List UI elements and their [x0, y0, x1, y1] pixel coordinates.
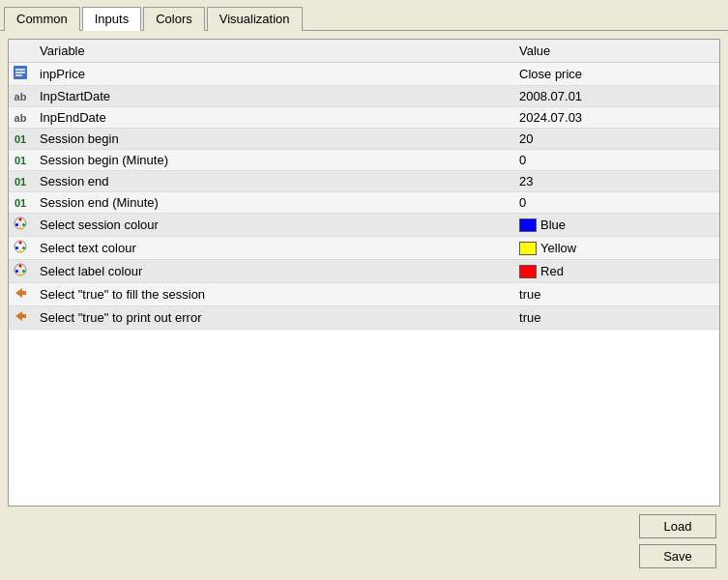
col-icon	[9, 40, 32, 63]
svg-point-11	[22, 246, 25, 249]
row-icon: 01	[9, 129, 32, 150]
row-variable: Select label colour	[32, 260, 511, 283]
row-icon: 01	[9, 192, 32, 214]
arrow-icon	[13, 285, 28, 301]
svg-point-7	[15, 223, 18, 226]
row-icon	[9, 260, 32, 283]
color-swatch	[519, 218, 537, 232]
row-value[interactable]: true	[511, 283, 719, 306]
row-icon: ab	[9, 86, 32, 107]
table-row[interactable]: abInpEndDate2024.07.03	[9, 107, 719, 129]
row-value[interactable]: true	[511, 306, 719, 330]
color-palette-icon	[13, 239, 28, 254]
row-value[interactable]: 2008.07.01	[511, 86, 719, 107]
inputs-table-container: Variable Value inpPriceClose priceabInpS…	[8, 39, 720, 507]
row-value[interactable]: 20	[511, 129, 719, 150]
row-value[interactable]: Blue	[511, 214, 719, 237]
inputs-table: Variable Value inpPriceClose priceabInpS…	[9, 40, 719, 330]
row-icon: ab	[9, 107, 32, 129]
color-label: Blue	[540, 218, 566, 232]
row-icon	[9, 63, 32, 86]
color-swatch	[519, 265, 537, 278]
col-variable: Variable	[32, 40, 511, 63]
row-value[interactable]: 2024.07.03	[511, 107, 719, 129]
color-swatch	[519, 242, 537, 255]
price-icon	[13, 65, 28, 80]
row-value[interactable]: Close price	[511, 63, 719, 86]
table-row[interactable]: Select text colourYellow	[9, 237, 719, 260]
arrow-icon	[13, 308, 28, 324]
row-value[interactable]: 23	[511, 171, 719, 192]
row-variable: Select "true" to print out error	[32, 306, 511, 330]
tab-bar: Common Inputs Colors Visualization	[0, 0, 728, 31]
content-area: Variable Value inpPriceClose priceabInpS…	[0, 31, 728, 580]
row-variable: Select session colour	[32, 214, 511, 237]
row-variable: Session end	[32, 171, 511, 192]
table-row[interactable]: 01Session end23	[9, 171, 719, 192]
svg-point-12	[15, 246, 18, 249]
button-area: Load Save	[8, 507, 720, 572]
row-variable: Session begin	[32, 129, 511, 150]
svg-point-16	[22, 270, 25, 273]
table-row[interactable]: 01Session begin (Minute)0	[9, 150, 719, 171]
row-value[interactable]: 0	[511, 192, 719, 214]
numeric-icon: 01	[13, 131, 28, 147]
row-icon	[9, 283, 32, 306]
ab-icon: ab	[13, 89, 28, 104]
row-value[interactable]: 0	[511, 150, 719, 171]
table-row[interactable]: Select "true" to print out errortrue	[9, 306, 719, 330]
table-row[interactable]: abInpStartDate2008.07.01	[9, 86, 719, 107]
svg-point-13	[19, 250, 22, 253]
color-palette-icon	[13, 262, 28, 277]
table-row[interactable]: Select session colourBlue	[9, 214, 719, 237]
table-row[interactable]: 01Session begin20	[9, 129, 719, 150]
tab-inputs[interactable]: Inputs	[82, 7, 141, 31]
load-button[interactable]: Load	[639, 514, 716, 538]
row-icon	[9, 237, 32, 260]
row-variable: Select text colour	[32, 237, 511, 260]
svg-point-6	[22, 223, 25, 226]
row-variable: Select "true" to fill the session	[32, 283, 511, 306]
ab-icon: ab	[13, 110, 28, 126]
main-window: Common Inputs Colors Visualization Varia…	[0, 0, 728, 580]
row-variable: InpEndDate	[32, 107, 511, 129]
color-palette-icon	[13, 216, 28, 231]
table-row[interactable]: Select "true" to fill the sessiontrue	[9, 283, 719, 306]
save-button[interactable]: Save	[639, 544, 716, 568]
svg-point-8	[19, 227, 22, 230]
svg-point-5	[19, 218, 22, 221]
table-header-row: Variable Value	[9, 40, 719, 63]
numeric-icon: 01	[13, 174, 28, 189]
svg-point-15	[19, 265, 22, 268]
row-icon	[9, 214, 32, 237]
svg-point-17	[15, 270, 18, 273]
row-icon: 01	[9, 171, 32, 192]
color-label: Red	[540, 264, 564, 278]
tab-visualization[interactable]: Visualization	[207, 7, 303, 31]
tab-colors[interactable]: Colors	[143, 7, 205, 31]
row-icon	[9, 306, 32, 330]
row-value[interactable]: Yellow	[511, 237, 719, 260]
table-row[interactable]: Select label colourRed	[9, 260, 719, 283]
row-value[interactable]: Red	[511, 260, 719, 283]
row-variable: Session end (Minute)	[32, 192, 511, 214]
row-variable: InpStartDate	[32, 86, 511, 107]
row-variable: inpPrice	[32, 63, 511, 86]
svg-point-10	[19, 242, 22, 245]
tab-common[interactable]: Common	[4, 7, 80, 31]
numeric-icon: 01	[13, 153, 28, 168]
color-label: Yellow	[540, 241, 576, 255]
row-icon: 01	[9, 150, 32, 171]
svg-point-18	[19, 274, 22, 276]
numeric-icon: 01	[13, 195, 28, 211]
table-row[interactable]: inpPriceClose price	[9, 63, 719, 86]
col-value: Value	[511, 40, 719, 63]
row-variable: Session begin (Minute)	[32, 150, 511, 171]
table-row[interactable]: 01Session end (Minute)0	[9, 192, 719, 214]
